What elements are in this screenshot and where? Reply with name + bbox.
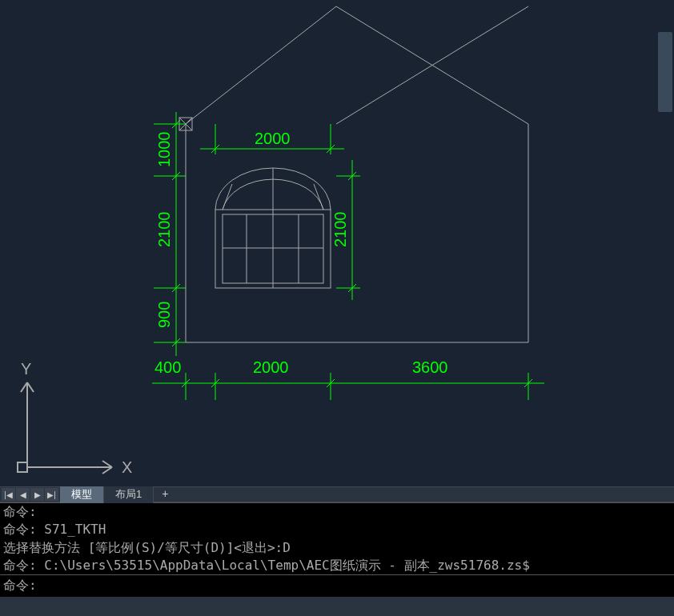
tab-model[interactable]: 模型: [60, 486, 104, 503]
tab-nav-last[interactable]: ▶|: [45, 488, 58, 501]
drawing-canvas[interactable]: 2000 400 2000 3600 1000 2100 900 2100 X …: [0, 0, 674, 486]
dim-1000: 1000: [155, 132, 173, 168]
dim-2000-bottom: 2000: [253, 358, 289, 376]
dim-2100-left: 2100: [155, 212, 173, 248]
cad-drawing: 2000 400 2000 3600 1000 2100 900 2100 X …: [0, 0, 674, 486]
status-bar: [0, 597, 674, 616]
dim-2000-top: 2000: [255, 130, 291, 147]
history-line-4: 命令: C:\Users\53515\AppData\Local\Temp\AE…: [3, 557, 671, 574]
svg-line-47: [102, 461, 112, 467]
svg-rect-52: [18, 462, 27, 472]
tab-add-button[interactable]: +: [154, 486, 176, 503]
dim-400: 400: [154, 358, 181, 376]
command-input[interactable]: [37, 578, 671, 594]
history-line-1: 命令:: [3, 503, 671, 521]
svg-line-48: [102, 467, 112, 474]
command-history-panel: 命令: 命令: S71_TKTH 选择替换方法 [等比例(S)/等尺寸(D)]<…: [0, 502, 674, 574]
vertical-scrollbar-thumb[interactable]: [658, 32, 672, 112]
history-line-3: 选择替换方法 [等比例(S)/等尺寸(D)]<退出>:D: [3, 539, 671, 557]
dim-900: 900: [155, 302, 173, 328]
tab-layout1[interactable]: 布局1: [104, 486, 154, 503]
layout-tab-bar: |◀ ◀ ▶ ▶| 模型 布局1 +: [0, 486, 674, 502]
axis-y-label: Y: [21, 360, 31, 378]
dim-3600: 3600: [412, 358, 448, 376]
svg-line-51: [27, 382, 34, 392]
svg-line-0: [186, 6, 336, 124]
history-line-2: 命令: S71_TKTH: [3, 521, 671, 538]
tab-nav-first[interactable]: |◀: [2, 488, 15, 501]
dim-2100-right: 2100: [331, 212, 349, 248]
vertical-scrollbar[interactable]: [656, 0, 674, 486]
axis-x-label: X: [122, 458, 132, 476]
svg-line-50: [21, 382, 27, 392]
tab-nav-prev[interactable]: ◀: [16, 488, 30, 501]
command-input-bar[interactable]: 命令:: [0, 574, 674, 597]
tab-nav-next[interactable]: ▶: [30, 488, 44, 501]
command-prompt-label: 命令:: [3, 578, 37, 594]
